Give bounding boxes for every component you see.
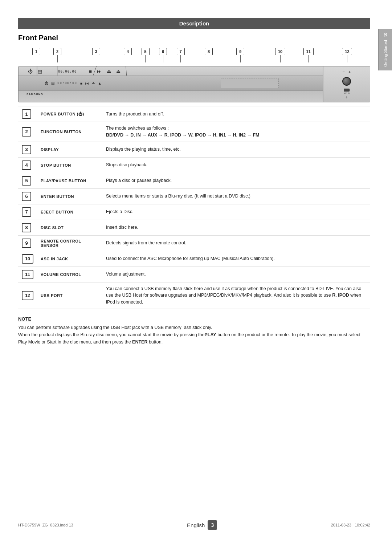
num-7: 7: [177, 48, 185, 62]
power-icon: ⏻: [28, 69, 33, 74]
num-2: 2: [53, 48, 61, 62]
right-controls-panel: − + ASC IN ⏚: [323, 66, 370, 102]
device-panel-inner: SAMSUNG ⏻ ▤ 00:00:00 ■ ⏭ ⏏ ▲: [19, 76, 370, 91]
device-panel: ⏻ ▤ 00:00:00 ■ ⏭ ⏏ ⏏ SAMSUNG ⏻ ▤: [18, 66, 370, 102]
vol-plus-icon: +: [348, 70, 351, 74]
usb-rect: [344, 89, 350, 91]
side-tab-number: 01: [383, 33, 388, 37]
function-icon: ▤: [38, 69, 42, 74]
side-tab-text: Getting Started: [383, 40, 388, 67]
vol-minus-icon: −: [343, 70, 345, 74]
num-12: 12: [342, 48, 352, 62]
num-4: 4: [124, 48, 132, 62]
num-9: 9: [236, 48, 244, 62]
enter-icon: ⏏: [107, 69, 111, 74]
footer-datetime: 2011-03-23 10:02:42: [331, 523, 370, 527]
volume-knob: [342, 77, 351, 86]
eject-icon-panel: ▲: [98, 81, 102, 85]
footer-file: HT-D6759W_ZG_0323.indd 13: [18, 523, 73, 527]
footer-time: 10:02:42: [355, 523, 370, 527]
num-1: 1: [32, 48, 40, 62]
diagram-wrapper: 1 2 3 4 5 6 7: [18, 48, 370, 102]
english-label: English: [187, 522, 205, 528]
page-number-badge: 3: [208, 520, 217, 530]
enter-icon-panel: ⏏: [92, 81, 95, 85]
num-3: 3: [92, 48, 100, 62]
asc-in-label: ASC IN: [344, 92, 350, 94]
display-icon: 00:00:00: [58, 70, 77, 73]
stop-icon: ■: [89, 69, 92, 74]
num-8: 8: [205, 48, 213, 62]
display-digits-panel: 00:00:00: [57, 82, 77, 85]
num-6: 6: [159, 48, 167, 62]
num-10: 10: [275, 48, 285, 62]
samsung-logo: SAMSUNG: [26, 93, 43, 95]
english-page-area: English 3: [187, 520, 217, 530]
eject-icon: ⏏: [116, 69, 121, 74]
side-tab: 01 Getting Started: [378, 29, 392, 70]
stop-icon-panel: ■: [80, 81, 82, 85]
num-5: 5: [142, 48, 150, 62]
usb-symbol: ⏚: [346, 95, 347, 99]
usb-area: ASC IN ⏚: [344, 89, 350, 99]
num-11: 11: [303, 48, 314, 62]
function-icon-panel: ▤: [51, 81, 54, 85]
disc-slot-panel: [221, 78, 279, 88]
page-footer: HT-D6759W_ZG_0323.indd 13 English 3 2011…: [18, 518, 370, 530]
numbers-row: 1 2 3 4 5 6 7: [18, 48, 370, 66]
footer-date: 2011-03-23: [331, 523, 351, 527]
power-icon-panel: ⏻: [45, 81, 48, 85]
play-icon: ⏭: [97, 69, 102, 74]
playpause-icon-panel: ⏭: [85, 81, 89, 85]
volume-row: − +: [343, 70, 351, 74]
